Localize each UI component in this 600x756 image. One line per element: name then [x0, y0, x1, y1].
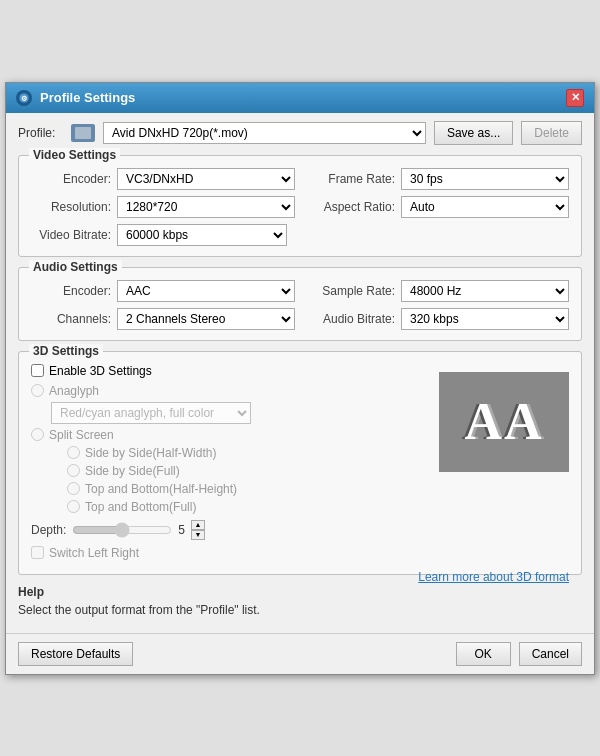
svg-text:⚙: ⚙ [21, 95, 27, 102]
switch-left-right-row: Switch Left Right [31, 546, 569, 560]
audio-encoder-dropdown[interactable]: AAC [117, 280, 295, 302]
resolution-row: Resolution: 1280*720 [31, 196, 295, 218]
aspect-ratio-row: Aspect Ratio: Auto [305, 196, 569, 218]
split-screen-label: Split Screen [49, 428, 114, 442]
side-by-side-half-label: Side by Side(Half-Width) [85, 446, 216, 460]
video-settings-grid: Encoder: VC3/DNxHD Resolution: 1280*720 [31, 168, 569, 218]
preview-text: AA [464, 392, 543, 451]
channels-row: Channels: 2 Channels Stereo [31, 308, 295, 330]
learn-more-link[interactable]: Learn more about 3D format [418, 570, 569, 584]
settings-3d-section: 3D Settings AA Enable 3D Settings Anagly… [18, 351, 582, 575]
delete-button[interactable]: Delete [521, 121, 582, 145]
switch-left-right-checkbox[interactable] [31, 546, 44, 559]
sample-rate-row: Sample Rate: 48000 Hz [305, 280, 569, 302]
resolution-dropdown[interactable]: 1280*720 [117, 196, 295, 218]
profile-icon-inner [75, 127, 91, 139]
anaglyph-label: Anaglyph [49, 384, 99, 398]
audio-left-col: Encoder: AAC Channels: 2 Channels Stereo [31, 280, 295, 330]
channels-dropdown[interactable]: 2 Channels Stereo [117, 308, 295, 330]
encoder-label: Encoder: [31, 172, 111, 186]
top-bottom-half-row: Top and Bottom(Half-Height) [67, 482, 569, 496]
depth-value: 5 [178, 523, 185, 537]
profile-icon [71, 124, 95, 142]
frame-rate-label: Frame Rate: [305, 172, 395, 186]
video-bitrate-row: Video Bitrate: 60000 kbps [31, 224, 569, 246]
save-as-button[interactable]: Save as... [434, 121, 513, 145]
profile-row: Profile: Avid DNxHD 720p(*.mov) Save as.… [18, 121, 582, 145]
frame-rate-dropdown[interactable]: 30 fps [401, 168, 569, 190]
depth-down-button[interactable]: ▼ [191, 530, 205, 540]
video-settings-section: Video Settings Encoder: VC3/DNxHD Resolu… [18, 155, 582, 257]
audio-settings-title: Audio Settings [29, 260, 122, 274]
top-bottom-full-label: Top and Bottom(Full) [85, 500, 196, 514]
depth-slider[interactable] [72, 521, 172, 539]
title-bar-left: ⚙ Profile Settings [16, 90, 135, 106]
ok-button[interactable]: OK [456, 642, 511, 666]
audio-encoder-row: Encoder: AAC [31, 280, 295, 302]
encoder-row: Encoder: VC3/DNxHD [31, 168, 295, 190]
cancel-button[interactable]: Cancel [519, 642, 582, 666]
resolution-select-wrapper: 1280*720 [117, 196, 295, 218]
enable-3d-checkbox[interactable] [31, 364, 44, 377]
top-bottom-full-row: Top and Bottom(Full) [67, 500, 569, 514]
aspect-ratio-label: Aspect Ratio: [305, 200, 395, 214]
audio-bitrate-label: Audio Bitrate: [305, 312, 395, 326]
video-bitrate-dropdown[interactable]: 60000 kbps [117, 224, 287, 246]
profile-dropdown[interactable]: Avid DNxHD 720p(*.mov) [103, 122, 426, 144]
close-button[interactable]: ✕ [566, 89, 584, 107]
title-bar: ⚙ Profile Settings ✕ [6, 83, 594, 113]
audio-settings-grid: Encoder: AAC Channels: 2 Channels Stereo [31, 280, 569, 330]
video-bitrate-label: Video Bitrate: [31, 228, 111, 242]
top-bottom-full-radio[interactable] [67, 500, 80, 513]
audio-bitrate-select-wrapper: 320 kbps [401, 308, 569, 330]
preview-box: AA [439, 372, 569, 472]
side-by-side-full-label: Side by Side(Full) [85, 464, 180, 478]
app-icon: ⚙ [16, 90, 32, 106]
frame-rate-row: Frame Rate: 30 fps [305, 168, 569, 190]
channels-label: Channels: [31, 312, 111, 326]
depth-spinner: ▲ ▼ [191, 520, 205, 540]
audio-bitrate-row: Audio Bitrate: 320 kbps [305, 308, 569, 330]
side-by-side-half-radio[interactable] [67, 446, 80, 459]
help-text: Select the output format from the "Profi… [18, 603, 582, 617]
channels-select-wrapper: 2 Channels Stereo [117, 308, 295, 330]
anaglyph-radio[interactable] [31, 384, 44, 397]
enable-3d-label: Enable 3D Settings [49, 364, 152, 378]
sample-rate-dropdown[interactable]: 48000 Hz [401, 280, 569, 302]
audio-bitrate-dropdown[interactable]: 320 kbps [401, 308, 569, 330]
restore-defaults-button[interactable]: Restore Defaults [18, 642, 133, 666]
video-settings-title: Video Settings [29, 148, 120, 162]
audio-settings-section: Audio Settings Encoder: AAC Channels: [18, 267, 582, 341]
dialog-body: Profile: Avid DNxHD 720p(*.mov) Save as.… [6, 113, 594, 633]
depth-up-button[interactable]: ▲ [191, 520, 205, 530]
video-right-col: Frame Rate: 30 fps Aspect Ratio: Auto [305, 168, 569, 218]
settings-3d-title: 3D Settings [29, 344, 103, 358]
switch-left-right-label: Switch Left Right [49, 546, 139, 560]
anaglyph-type-dropdown[interactable]: Red/cyan anaglyph, full color [51, 402, 251, 424]
split-screen-radio[interactable] [31, 428, 44, 441]
aspect-ratio-select-wrapper: Auto [401, 196, 569, 218]
sample-rate-label: Sample Rate: [305, 284, 395, 298]
profile-select-wrapper: Avid DNxHD 720p(*.mov) [103, 122, 426, 144]
help-section: Help Select the output format from the "… [18, 585, 582, 617]
dialog-title: Profile Settings [40, 90, 135, 105]
top-bottom-half-radio[interactable] [67, 482, 80, 495]
top-bottom-half-label: Top and Bottom(Half-Height) [85, 482, 237, 496]
depth-label: Depth: [31, 523, 66, 537]
frame-rate-select-wrapper: 30 fps [401, 168, 569, 190]
audio-right-col: Sample Rate: 48000 Hz Audio Bitrate: 320… [305, 280, 569, 330]
footer: Restore Defaults OK Cancel [6, 633, 594, 674]
profile-label: Profile: [18, 126, 63, 140]
help-title: Help [18, 585, 582, 599]
side-by-side-full-radio[interactable] [67, 464, 80, 477]
encoder-select-wrapper: VC3/DNxHD [117, 168, 295, 190]
resolution-label: Resolution: [31, 200, 111, 214]
encoder-dropdown[interactable]: VC3/DNxHD [117, 168, 295, 190]
video-left-col: Encoder: VC3/DNxHD Resolution: 1280*720 [31, 168, 295, 218]
aspect-ratio-dropdown[interactable]: Auto [401, 196, 569, 218]
profile-settings-dialog: ⚙ Profile Settings ✕ Profile: Avid DNxHD… [5, 82, 595, 675]
audio-encoder-label: Encoder: [31, 284, 111, 298]
depth-row: Depth: 5 ▲ ▼ [31, 520, 569, 540]
audio-encoder-select-wrapper: AAC [117, 280, 295, 302]
footer-right: OK Cancel [456, 642, 582, 666]
